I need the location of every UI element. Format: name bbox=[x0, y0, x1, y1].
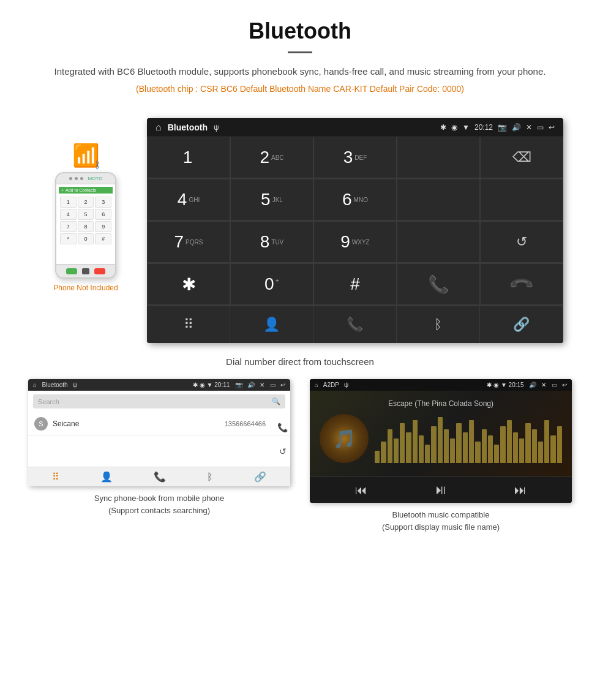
nav-dialpad-icon[interactable]: ⠿ bbox=[147, 306, 230, 343]
backspace-button[interactable]: ⌫ bbox=[480, 137, 563, 178]
visualizer-bar bbox=[400, 423, 405, 463]
phone-key-star: * bbox=[60, 233, 77, 244]
pb-nav-grid-icon[interactable]: ⠿ bbox=[52, 471, 59, 483]
pb-nav-link-icon[interactable]: 🔗 bbox=[254, 471, 266, 483]
music-visualizer bbox=[375, 414, 562, 463]
phone-key-7: 7 bbox=[60, 221, 77, 232]
visualizer-bar bbox=[494, 445, 499, 463]
music-screen: ⌂ A2DP ψ ✱ ◉ ▼ 20:15 🔊 ✕ ▭ ↩ Escape (The… bbox=[310, 379, 572, 503]
car-status-bar: ⌂ Bluetooth ψ ✱ ◉ ▼ 20:12 📷 🔊 ✕ ▭ ↩ bbox=[147, 118, 563, 137]
phonebook-status-bar: ⌂ Bluetooth ψ ✱ ◉ ▼ 20:11 📷 🔊 ✕ ▭ ↩ bbox=[28, 379, 290, 391]
end-call-button[interactable]: 📞 bbox=[480, 263, 563, 305]
nav-phone-icon[interactable]: 📞 bbox=[313, 306, 397, 343]
pb-nav-contacts-icon[interactable]: 👤 bbox=[100, 471, 113, 483]
dial-key-2[interactable]: 2ABC bbox=[230, 137, 313, 178]
play-pause-button[interactable]: ⏯ bbox=[434, 482, 448, 498]
nav-contacts-icon[interactable]: 👤 bbox=[230, 306, 313, 343]
phone-key-9: 9 bbox=[95, 221, 111, 232]
dial-key-9[interactable]: 9WXYZ bbox=[313, 221, 397, 263]
side-refresh-icon: ↺ bbox=[279, 446, 287, 456]
phonebook-caption: Sync phone-book from mobile phone (Suppo… bbox=[28, 492, 290, 516]
pb-status-left: ⌂ Bluetooth ψ bbox=[33, 382, 77, 388]
dialpad-row-4: ✱ 0+ # 📞 📞 bbox=[147, 263, 563, 306]
visualizer-bar bbox=[469, 420, 474, 463]
contact-avatar: S bbox=[34, 417, 48, 431]
visualizer-bar bbox=[438, 417, 443, 463]
dial-key-0[interactable]: 0+ bbox=[230, 263, 313, 305]
description-text: Integrated with BC6 Bluetooth module, su… bbox=[37, 64, 563, 79]
phone-not-included-label: Phone Not Included bbox=[53, 284, 118, 292]
visualizer-bar bbox=[513, 432, 518, 463]
music-body: Escape (The Pina Colada Song) 🎵 bbox=[310, 391, 572, 476]
camera-icon: 📷 bbox=[498, 123, 507, 132]
dial-key-7[interactable]: 7PQRS bbox=[147, 221, 230, 263]
phonebook-bottom-bar: ⠿ 👤 📞 ᛒ 🔗 bbox=[28, 467, 290, 486]
phone-screen: +Add to Contacts 1 2 3 4 5 6 7 8 9 * 0 # bbox=[56, 184, 115, 264]
visualizer-bar bbox=[475, 442, 480, 463]
phone-brand-label: MOTO bbox=[88, 176, 103, 181]
album-art: 🎵 bbox=[320, 414, 369, 463]
bluetooth-badge-icon: ᛒ bbox=[95, 160, 101, 171]
pb-nav-phone-icon[interactable]: 📞 bbox=[154, 471, 166, 483]
side-call-icon: 📞 bbox=[277, 423, 288, 432]
visualizer-bar bbox=[419, 435, 424, 463]
music-content: 🎵 bbox=[320, 414, 562, 463]
dial-key-4[interactable]: 4GHI bbox=[147, 179, 230, 220]
nav-bluetooth-icon[interactable]: ᛒ bbox=[397, 306, 480, 343]
pb-nav-bluetooth-icon[interactable]: ᛒ bbox=[207, 472, 213, 483]
refresh-button[interactable]: ↺ bbox=[480, 221, 563, 263]
wifi-bluetooth-icon: 📶 ᛒ bbox=[72, 143, 100, 168]
dialpad-row-1: 1 2ABC 3DEF ⌫ bbox=[147, 137, 563, 179]
signal-icon: ▼ bbox=[462, 123, 470, 132]
phone-end-button bbox=[94, 268, 105, 274]
phone-call-button bbox=[66, 268, 77, 274]
contact-list-area: S Seicane 13566664466 📞 ↺ bbox=[28, 412, 290, 467]
call-button[interactable]: 📞 bbox=[397, 263, 480, 305]
pb-status-right: ✱ ◉ ▼ 20:11 📷 🔊 ✕ ▭ ↩ bbox=[193, 382, 285, 388]
phone-dot bbox=[69, 177, 72, 180]
side-action-icons: 📞 ↺ bbox=[277, 412, 288, 467]
visualizer-bar bbox=[375, 451, 380, 463]
dial-key-3[interactable]: 3DEF bbox=[313, 137, 397, 178]
visualizer-bar bbox=[413, 420, 418, 463]
music-caption-line2: (Support display music file name) bbox=[382, 522, 500, 532]
dial-empty-3 bbox=[397, 221, 480, 263]
next-track-button[interactable]: ⏭ bbox=[514, 483, 527, 497]
phone-dot-3 bbox=[80, 177, 83, 180]
dial-caption: Dial number direct from touchscreen bbox=[0, 349, 600, 379]
search-placeholder-text: Search bbox=[38, 398, 59, 405]
visualizer-bar bbox=[507, 420, 512, 463]
visualizer-bar bbox=[381, 442, 386, 463]
phone-contact-bar: +Add to Contacts bbox=[59, 187, 113, 194]
phone-key-1: 1 bbox=[60, 197, 77, 208]
status-bar-right: ✱ ◉ ▼ 20:12 📷 🔊 ✕ ▭ ↩ bbox=[440, 123, 555, 132]
music-note-icon: 🎵 bbox=[333, 428, 356, 450]
music-caption: Bluetooth music compatible (Support disp… bbox=[310, 509, 572, 533]
visualizer-bar bbox=[500, 426, 505, 463]
dial-key-8[interactable]: 8TUV bbox=[230, 221, 313, 263]
dial-key-1[interactable]: 1 bbox=[147, 137, 230, 178]
search-bar[interactable]: Search 🔍 bbox=[33, 394, 285, 408]
nav-link-icon[interactable]: 🔗 bbox=[480, 306, 563, 343]
back-icon: ↩ bbox=[549, 123, 555, 132]
dial-display-area bbox=[397, 137, 480, 178]
phonebook-caption-line1: Sync phone-book from mobile phone bbox=[94, 494, 224, 503]
visualizer-bar bbox=[532, 429, 537, 463]
music-status-bar: ⌂ A2DP ψ ✱ ◉ ▼ 20:15 🔊 ✕ ▭ ↩ bbox=[310, 379, 572, 391]
dial-key-star[interactable]: ✱ bbox=[147, 263, 230, 305]
phone-key-8: 8 bbox=[78, 221, 94, 232]
visualizer-bar bbox=[456, 423, 461, 463]
visualizer-bar bbox=[444, 429, 449, 463]
phonebook-caption-line2: (Support contacts searching) bbox=[108, 506, 210, 515]
visualizer-bar bbox=[388, 429, 392, 463]
dial-key-hash[interactable]: # bbox=[313, 263, 397, 305]
ms-status-left: ⌂ A2DP ψ bbox=[315, 382, 348, 388]
phone-key-0: 0 bbox=[78, 233, 94, 244]
song-title: Escape (The Pina Colada Song) bbox=[388, 399, 493, 408]
dial-key-5[interactable]: 5JKL bbox=[230, 179, 313, 220]
phone-key-5: 5 bbox=[78, 209, 94, 220]
visualizer-bar bbox=[557, 426, 562, 463]
dial-key-6[interactable]: 6MNO bbox=[313, 179, 397, 220]
contact-name: Seicane bbox=[53, 420, 225, 428]
prev-track-button[interactable]: ⏮ bbox=[355, 483, 367, 497]
